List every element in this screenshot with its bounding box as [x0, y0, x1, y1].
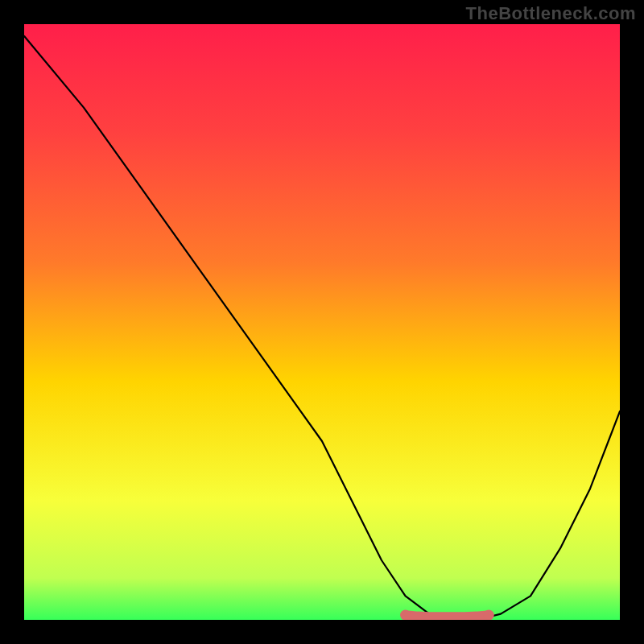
- chart-container: TheBottleneck.com: [0, 0, 644, 644]
- optimal-range-start-dot: [400, 610, 411, 621]
- frame-bottom: [0, 620, 644, 644]
- frame-right: [620, 0, 644, 644]
- optimal-range-marker: [406, 615, 489, 617]
- bottleneck-chart: [0, 0, 644, 644]
- frame-left: [0, 0, 24, 644]
- svg-rect-0: [24, 24, 620, 620]
- watermark-text: TheBottleneck.com: [466, 3, 636, 24]
- optimal-range-end-dot: [484, 610, 494, 621]
